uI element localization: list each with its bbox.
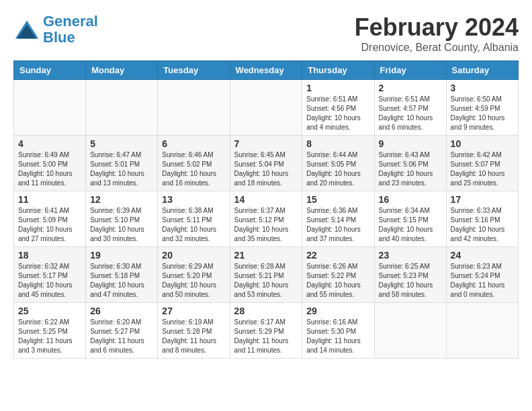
calendar-week-row: 11Sunrise: 6:41 AM Sunset: 5:09 PM Dayli…	[14, 191, 519, 247]
calendar-cell: 28Sunrise: 6:17 AM Sunset: 5:29 PM Dayli…	[230, 303, 302, 359]
weekday-header: Sunday	[14, 61, 86, 80]
day-number: 18	[18, 250, 81, 261]
day-number: 20	[162, 250, 225, 261]
day-info: Sunrise: 6:16 AM Sunset: 5:30 PM Dayligh…	[306, 318, 369, 355]
weekday-header: Tuesday	[158, 61, 230, 80]
calendar-week-row: 18Sunrise: 6:32 AM Sunset: 5:17 PM Dayli…	[14, 247, 519, 303]
day-number: 14	[234, 194, 298, 205]
day-number: 23	[379, 250, 442, 261]
calendar-cell	[446, 303, 518, 359]
day-info: Sunrise: 6:36 AM Sunset: 5:14 PM Dayligh…	[306, 206, 369, 244]
weekday-header: Friday	[374, 61, 446, 80]
day-number: 26	[90, 306, 153, 316]
day-info: Sunrise: 6:51 AM Sunset: 4:56 PM Dayligh…	[306, 95, 369, 132]
day-info: Sunrise: 6:19 AM Sunset: 5:28 PM Dayligh…	[162, 318, 225, 355]
calendar-cell: 6Sunrise: 6:46 AM Sunset: 5:02 PM Daylig…	[158, 136, 230, 191]
calendar-cell: 16Sunrise: 6:34 AM Sunset: 5:15 PM Dayli…	[374, 191, 446, 247]
day-number: 1	[306, 83, 369, 93]
calendar-cell: 19Sunrise: 6:30 AM Sunset: 5:18 PM Dayli…	[86, 247, 158, 303]
day-info: Sunrise: 6:49 AM Sunset: 5:00 PM Dayligh…	[18, 150, 81, 188]
day-info: Sunrise: 6:46 AM Sunset: 5:02 PM Dayligh…	[162, 150, 225, 188]
calendar-cell	[230, 80, 302, 136]
day-number: 27	[162, 306, 225, 316]
day-number: 3	[451, 83, 514, 93]
calendar-cell: 17Sunrise: 6:33 AM Sunset: 5:16 PM Dayli…	[446, 191, 518, 247]
day-number: 13	[162, 194, 225, 205]
calendar-cell: 14Sunrise: 6:37 AM Sunset: 5:12 PM Dayli…	[230, 191, 302, 247]
day-info: Sunrise: 6:41 AM Sunset: 5:09 PM Dayligh…	[18, 206, 81, 244]
calendar-cell: 27Sunrise: 6:19 AM Sunset: 5:28 PM Dayli…	[158, 303, 230, 359]
day-number: 17	[451, 194, 514, 205]
weekday-header: Saturday	[446, 61, 518, 80]
calendar-cell: 15Sunrise: 6:36 AM Sunset: 5:14 PM Dayli…	[302, 191, 374, 247]
day-info: Sunrise: 6:34 AM Sunset: 5:15 PM Dayligh…	[379, 206, 442, 244]
day-info: Sunrise: 6:28 AM Sunset: 5:21 PM Dayligh…	[234, 262, 298, 300]
calendar-cell: 26Sunrise: 6:20 AM Sunset: 5:27 PM Dayli…	[86, 303, 158, 359]
calendar-cell	[14, 80, 86, 136]
title-area: February 2024 Drenovice, Berat County, A…	[355, 13, 519, 54]
calendar-table: SundayMondayTuesdayWednesdayThursdayFrid…	[13, 60, 519, 359]
day-info: Sunrise: 6:29 AM Sunset: 5:20 PM Dayligh…	[162, 262, 225, 300]
day-number: 10	[451, 138, 514, 149]
calendar-cell	[374, 303, 446, 359]
day-info: Sunrise: 6:22 AM Sunset: 5:25 PM Dayligh…	[18, 318, 81, 355]
day-info: Sunrise: 6:42 AM Sunset: 5:07 PM Dayligh…	[451, 150, 514, 188]
calendar-cell: 8Sunrise: 6:44 AM Sunset: 5:05 PM Daylig…	[302, 136, 374, 191]
day-info: Sunrise: 6:47 AM Sunset: 5:01 PM Dayligh…	[90, 150, 153, 188]
calendar-cell: 18Sunrise: 6:32 AM Sunset: 5:17 PM Dayli…	[14, 247, 86, 303]
calendar-cell: 9Sunrise: 6:43 AM Sunset: 5:06 PM Daylig…	[374, 136, 446, 191]
calendar-week-row: 4Sunrise: 6:49 AM Sunset: 5:00 PM Daylig…	[14, 136, 519, 191]
day-number: 22	[306, 250, 369, 261]
calendar-week-row: 25Sunrise: 6:22 AM Sunset: 5:25 PM Dayli…	[14, 303, 519, 359]
day-info: Sunrise: 6:45 AM Sunset: 5:04 PM Dayligh…	[234, 150, 298, 188]
day-info: Sunrise: 6:26 AM Sunset: 5:22 PM Dayligh…	[306, 262, 369, 300]
calendar-cell: 12Sunrise: 6:39 AM Sunset: 5:10 PM Dayli…	[86, 191, 158, 247]
day-number: 19	[90, 250, 153, 261]
calendar-cell: 5Sunrise: 6:47 AM Sunset: 5:01 PM Daylig…	[86, 136, 158, 191]
logo-icon	[13, 19, 40, 40]
day-number: 21	[234, 250, 298, 261]
logo-line1: General	[43, 13, 98, 30]
calendar-cell: 3Sunrise: 6:50 AM Sunset: 4:59 PM Daylig…	[446, 80, 518, 136]
day-number: 4	[18, 138, 81, 149]
day-number: 6	[162, 138, 225, 149]
calendar-cell: 1Sunrise: 6:51 AM Sunset: 4:56 PM Daylig…	[302, 80, 374, 136]
day-info: Sunrise: 6:39 AM Sunset: 5:10 PM Dayligh…	[90, 206, 153, 244]
logo-text: General Blue	[43, 13, 98, 46]
day-info: Sunrise: 6:44 AM Sunset: 5:05 PM Dayligh…	[306, 150, 369, 188]
day-info: Sunrise: 6:23 AM Sunset: 5:24 PM Dayligh…	[451, 262, 514, 300]
day-number: 11	[18, 194, 81, 205]
day-number: 8	[306, 138, 369, 149]
calendar-cell: 2Sunrise: 6:51 AM Sunset: 4:57 PM Daylig…	[374, 80, 446, 136]
day-number: 28	[234, 306, 298, 316]
day-info: Sunrise: 6:20 AM Sunset: 5:27 PM Dayligh…	[90, 318, 153, 355]
calendar-cell: 4Sunrise: 6:49 AM Sunset: 5:00 PM Daylig…	[14, 136, 86, 191]
calendar-cell: 24Sunrise: 6:23 AM Sunset: 5:24 PM Dayli…	[446, 247, 518, 303]
day-number: 29	[306, 306, 369, 316]
page-header: General Blue February 2024 Drenovice, Be…	[13, 13, 519, 54]
calendar-cell: 11Sunrise: 6:41 AM Sunset: 5:09 PM Dayli…	[14, 191, 86, 247]
calendar-cell: 29Sunrise: 6:16 AM Sunset: 5:30 PM Dayli…	[302, 303, 374, 359]
day-info: Sunrise: 6:50 AM Sunset: 4:59 PM Dayligh…	[451, 95, 514, 132]
calendar-cell: 10Sunrise: 6:42 AM Sunset: 5:07 PM Dayli…	[446, 136, 518, 191]
day-number: 12	[90, 194, 153, 205]
day-number: 5	[90, 138, 153, 149]
day-info: Sunrise: 6:51 AM Sunset: 4:57 PM Dayligh…	[379, 95, 442, 132]
day-info: Sunrise: 6:37 AM Sunset: 5:12 PM Dayligh…	[234, 206, 298, 244]
calendar-cell: 22Sunrise: 6:26 AM Sunset: 5:22 PM Dayli…	[302, 247, 374, 303]
logo-line2: Blue	[43, 29, 75, 46]
weekday-header: Thursday	[302, 61, 374, 80]
location-title: Drenovice, Berat County, Albania	[355, 42, 519, 54]
day-number: 25	[18, 306, 81, 316]
calendar-cell: 21Sunrise: 6:28 AM Sunset: 5:21 PM Dayli…	[230, 247, 302, 303]
weekday-header: Monday	[86, 61, 158, 80]
day-info: Sunrise: 6:17 AM Sunset: 5:29 PM Dayligh…	[234, 318, 298, 355]
weekday-header: Wednesday	[230, 61, 302, 80]
day-number: 16	[379, 194, 442, 205]
day-info: Sunrise: 6:32 AM Sunset: 5:17 PM Dayligh…	[18, 262, 81, 300]
day-info: Sunrise: 6:30 AM Sunset: 5:18 PM Dayligh…	[90, 262, 153, 300]
month-title: February 2024	[355, 13, 519, 42]
calendar-week-row: 1Sunrise: 6:51 AM Sunset: 4:56 PM Daylig…	[14, 80, 519, 136]
calendar-cell	[86, 80, 158, 136]
day-number: 2	[379, 83, 442, 93]
